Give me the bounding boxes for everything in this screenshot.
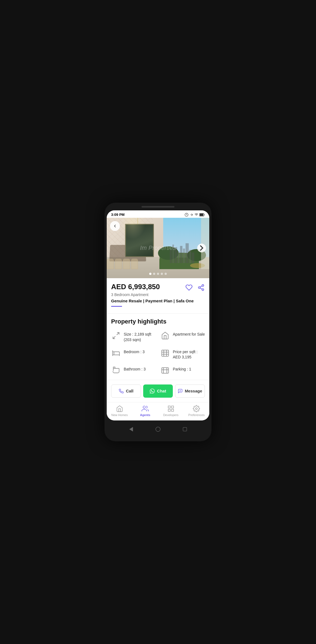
highlights-grid: Size : 2,189 sqft(203 sqm) Apartment for…: [111, 331, 205, 375]
bath-icon: [111, 366, 121, 375]
highlight-parking: Parking : 1: [160, 366, 205, 375]
android-home-button[interactable]: [154, 425, 162, 434]
agents-icon: [142, 405, 149, 412]
highlight-bedroom: Bedroom : 3: [111, 348, 156, 360]
favorite-button[interactable]: [185, 284, 193, 291]
highlight-size: Size : 2,189 sqft(203 sqm): [111, 331, 156, 342]
nav-item-new-homes[interactable]: New Homes: [107, 405, 132, 417]
share-button[interactable]: [197, 284, 205, 291]
svg-line-16: [200, 286, 202, 287]
svg-rect-6: [178, 251, 180, 263]
svg-rect-3: [170, 250, 172, 263]
svg-rect-27: [171, 409, 174, 411]
svg-rect-9: [185, 243, 189, 263]
carousel-dot-1[interactable]: [149, 273, 151, 275]
new-homes-label: New Homes: [111, 413, 128, 417]
property-title: Genuine Resale | Payment Plan | Safa One: [111, 299, 205, 303]
chat-label: Chat: [157, 389, 166, 393]
svg-line-15: [200, 288, 202, 289]
android-recents-button[interactable]: [180, 425, 189, 434]
carousel-dot-2[interactable]: [153, 273, 155, 275]
phone-bottom-buttons: [107, 420, 209, 436]
highlight-price-sqft: Price per sqft :AED 3,195: [160, 348, 205, 360]
size-text: Size : 2,189 sqft(203 sqm): [124, 331, 151, 342]
home-icon: [116, 405, 123, 412]
highlight-type: Apartment for Sale: [160, 331, 205, 342]
property-image-carousel[interactable]: Im Properties: [107, 218, 209, 278]
price-icon: [160, 348, 170, 358]
svg-point-30: [156, 427, 160, 431]
svg-rect-26: [168, 409, 170, 411]
carousel-watermark: Im Properties: [140, 244, 176, 252]
action-buttons: Call Chat Message: [107, 380, 209, 402]
bed-icon: [111, 348, 121, 358]
property-type: 3 Bedroom Apartment: [111, 292, 205, 297]
highlight-bathroom: Bathroom : 3: [111, 366, 156, 375]
property-price: AED 6,993,850: [111, 283, 160, 291]
svg-rect-8: [183, 249, 185, 263]
svg-rect-2: [200, 214, 203, 216]
nav-item-preferences[interactable]: Preferences: [184, 405, 210, 417]
highlights-section: Property highlights Size : 2,189 sqft(20…: [107, 318, 209, 375]
nav-item-developers[interactable]: Developers: [158, 405, 184, 417]
parking-icon: [160, 366, 170, 375]
parking-text: Parking : 1: [173, 366, 191, 372]
svg-line-18: [113, 336, 115, 339]
bathroom-text: Bathroom : 3: [124, 366, 146, 372]
svg-point-28: [196, 408, 198, 409]
nav-item-agents[interactable]: Agents: [132, 405, 158, 417]
property-info: AED 6,993,850: [107, 278, 209, 309]
bedroom-text: Bedroom : 3: [124, 348, 145, 355]
carousel-dot-4[interactable]: [161, 273, 163, 275]
price-sqft-text: Price per sqft :AED 3,195: [173, 348, 198, 360]
svg-rect-10: [189, 250, 191, 263]
developers-icon: [167, 405, 174, 412]
type-text: Apartment for Sale: [173, 331, 205, 337]
svg-point-14: [202, 289, 204, 291]
phone-notch: [142, 206, 174, 208]
preferences-label: Preferences: [188, 413, 205, 417]
house-icon: [160, 331, 170, 341]
message-button[interactable]: Message: [175, 384, 205, 398]
price-row: AED 6,993,850: [111, 283, 205, 291]
svg-line-17: [117, 333, 119, 335]
developers-label: Developers: [163, 413, 179, 417]
call-label: Call: [126, 389, 134, 393]
svg-point-23: [143, 406, 146, 408]
svg-point-12: [202, 285, 204, 286]
bottom-nav: New Homes Agents: [107, 402, 209, 420]
carousel-dots: [149, 273, 167, 275]
call-button[interactable]: Call: [111, 384, 141, 398]
svg-rect-31: [183, 427, 187, 431]
chat-button[interactable]: Chat: [143, 384, 173, 398]
highlights-title: Property highlights: [111, 318, 205, 325]
agents-label: Agents: [140, 413, 150, 417]
light-glow: [117, 218, 148, 242]
svg-rect-7: [180, 246, 182, 263]
svg-marker-29: [129, 427, 133, 431]
status-icons: [185, 213, 205, 217]
size-icon: [111, 331, 121, 341]
accent-line: [111, 306, 122, 307]
svg-rect-11: [192, 253, 194, 263]
carousel-dot-5[interactable]: [165, 273, 167, 275]
svg-point-13: [198, 287, 200, 289]
android-back-button[interactable]: [127, 425, 136, 434]
phone-screen: 3:09 PM: [107, 210, 209, 420]
action-icons: [185, 284, 205, 291]
gear-icon: [193, 405, 200, 412]
phone-frame: 3:09 PM: [105, 203, 211, 441]
svg-rect-19: [162, 350, 169, 356]
status-time: 3:09 PM: [111, 213, 125, 217]
status-bar: 3:09 PM: [107, 210, 209, 218]
svg-rect-20: [162, 368, 169, 373]
message-label: Message: [185, 389, 202, 393]
divider-1: [107, 313, 209, 314]
carousel-dot-3[interactable]: [157, 273, 159, 275]
svg-rect-24: [168, 406, 170, 408]
svg-rect-25: [171, 406, 174, 408]
next-button[interactable]: [197, 244, 206, 252]
